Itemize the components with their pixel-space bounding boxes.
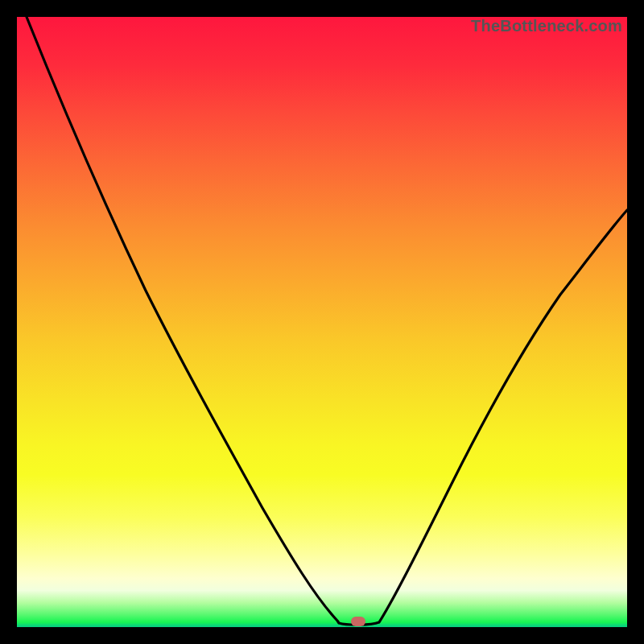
optimal-point-marker — [351, 617, 365, 626]
chart-plot-area: TheBottleneck.com — [17, 17, 627, 627]
bottleneck-curve — [17, 17, 627, 627]
curve-path — [27, 17, 627, 625]
